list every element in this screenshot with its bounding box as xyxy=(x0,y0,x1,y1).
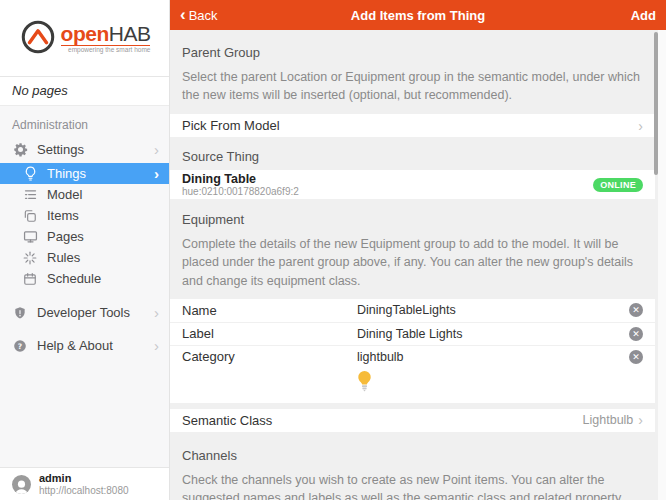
svg-text:?: ? xyxy=(18,341,22,350)
sidebar-item-label: Model xyxy=(47,187,159,202)
account-bar[interactable]: admin http://localhost:8080 xyxy=(0,467,169,500)
sidebar-item-things[interactable]: Things › xyxy=(0,163,169,184)
equipment-description: Complete the details of the new Equipmen… xyxy=(182,235,654,289)
category-preview xyxy=(170,368,655,401)
name-field-label: Name xyxy=(182,303,357,318)
sidebar-item-model[interactable]: Model xyxy=(0,184,169,205)
pick-from-model-label: Pick From Model xyxy=(182,118,280,133)
chevron-right-icon: › xyxy=(638,118,643,134)
gear-icon xyxy=(12,142,28,158)
sidebar-item-rules[interactable]: Rules xyxy=(0,247,169,268)
thing-name: Dining Table xyxy=(182,172,299,186)
account-username: admin xyxy=(39,472,129,485)
sidebar-item-label: Pages xyxy=(47,229,159,244)
model-tree-icon xyxy=(22,187,38,203)
navbar: ‹ Back Add Items from Thing Add xyxy=(170,0,666,30)
label-field-row: Label ✕ xyxy=(170,322,655,345)
brand-tagline: empowering the smart home xyxy=(61,45,151,54)
label-field-label: Label xyxy=(182,326,357,341)
sidebar-item-pages[interactable]: Pages xyxy=(0,226,169,247)
pick-from-model-row[interactable]: Pick From Model › xyxy=(170,114,655,137)
content-scroll-area: Parent Group Select the parent Location … xyxy=(170,30,666,500)
channels-title: Channels xyxy=(182,448,654,463)
chevron-right-icon: › xyxy=(154,305,159,320)
pages-monitor-icon xyxy=(22,229,38,245)
add-button[interactable]: Add xyxy=(631,8,656,23)
main-panel: ‹ Back Add Items from Thing Add Parent G… xyxy=(170,0,666,500)
sidebar-item-label: Help & About xyxy=(37,338,154,353)
clear-name-icon[interactable]: ✕ xyxy=(629,303,643,317)
name-field-row: Name ✕ xyxy=(170,299,655,322)
lightbulb-icon xyxy=(22,166,38,182)
sidebar-item-schedule[interactable]: Schedule xyxy=(0,268,169,289)
sidebar-item-settings[interactable]: Settings › xyxy=(0,140,169,159)
category-field-row: Category ✕ xyxy=(170,345,655,368)
label-input[interactable] xyxy=(357,327,629,341)
thing-uid: hue:0210:00178820a6f9:2 xyxy=(182,186,299,198)
channels-description-1: Check the channels you wish to create as… xyxy=(182,471,654,500)
equipment-title: Equipment xyxy=(182,212,654,227)
semantic-class-value: Lightbulb xyxy=(583,413,634,427)
chevron-right-icon: › xyxy=(638,412,643,428)
sidebar-item-label: Rules xyxy=(47,250,159,265)
sidebar-item-help-about[interactable]: ? Help & About › xyxy=(0,336,169,355)
sidebar-item-label: Items xyxy=(47,208,159,223)
semantic-class-row[interactable]: Semantic Class Lightbulb › xyxy=(170,409,655,432)
schedule-calendar-icon xyxy=(22,271,38,287)
category-input[interactable] xyxy=(357,350,629,364)
chevron-right-icon: › xyxy=(154,142,159,157)
items-copy-icon xyxy=(22,208,38,224)
sidebar-item-label: Developer Tools xyxy=(37,305,154,320)
openhab-logo: openHAB empowering the smart home xyxy=(0,0,169,76)
question-circle-icon: ? xyxy=(12,338,28,354)
admin-menu: Administration Settings › Things › Model xyxy=(0,106,169,467)
chevron-right-icon: › xyxy=(154,166,159,181)
shield-exclamation-icon xyxy=(12,305,28,321)
status-badge: ONLINE xyxy=(593,178,643,192)
equipment-form-card: Name ✕ Label ✕ Category ✕ xyxy=(170,299,655,403)
brand-name: openHAB xyxy=(61,23,151,44)
source-thing-title: Source Thing xyxy=(182,149,654,164)
sidebar-item-label: Schedule xyxy=(47,271,159,286)
chevron-left-icon: ‹ xyxy=(180,6,186,23)
parent-group-description: Select the parent Location or Equipment … xyxy=(182,68,654,104)
chevron-right-icon: › xyxy=(154,338,159,353)
clear-category-icon[interactable]: ✕ xyxy=(629,350,643,364)
sidebar-item-items[interactable]: Items xyxy=(0,205,169,226)
scrollbar-track xyxy=(658,30,666,500)
scrollbar-thumb[interactable] xyxy=(654,32,658,175)
no-pages-label: No pages xyxy=(0,76,169,106)
clear-label-icon[interactable]: ✕ xyxy=(629,327,643,341)
semantic-class-label: Semantic Class xyxy=(182,413,272,428)
page-title: Add Items from Thing xyxy=(170,8,666,23)
menu-section-label: Administration xyxy=(0,114,169,140)
sidebar: openHAB empowering the smart home No pag… xyxy=(0,0,170,500)
name-input[interactable] xyxy=(357,303,629,317)
openhab-logo-icon xyxy=(19,18,57,59)
sidebar-item-developer-tools[interactable]: Developer Tools › xyxy=(0,303,169,322)
rules-spark-icon xyxy=(22,250,38,266)
parent-group-title: Parent Group xyxy=(182,45,654,60)
account-server-url: http://localhost:8080 xyxy=(39,485,129,497)
sidebar-item-label: Things xyxy=(47,166,154,181)
source-thing-row[interactable]: Dining Table hue:0210:00178820a6f9:2 ONL… xyxy=(170,170,655,199)
avatar xyxy=(12,475,31,494)
lightbulb-category-icon xyxy=(357,380,372,395)
sidebar-item-label: Settings xyxy=(37,142,154,157)
category-field-label: Category xyxy=(182,349,357,364)
back-button[interactable]: ‹ Back xyxy=(180,8,218,23)
back-label: Back xyxy=(189,8,218,23)
